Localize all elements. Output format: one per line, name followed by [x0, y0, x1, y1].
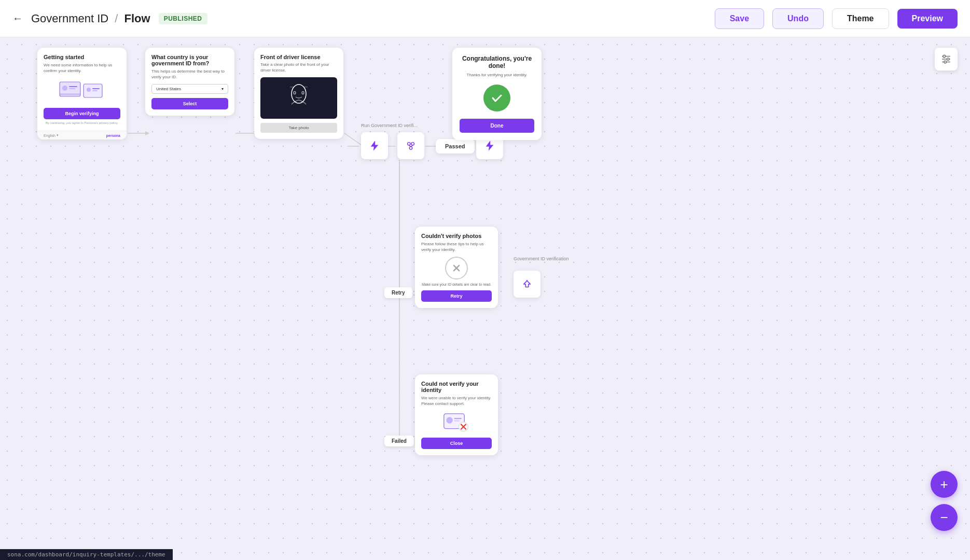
sliders-icon: [940, 53, 952, 65]
select-value: United States: [156, 87, 181, 91]
error-id-icon: [443, 411, 470, 433]
govid-title: Front of driver license: [260, 54, 337, 60]
zoom-out-button[interactable]: −: [931, 504, 958, 531]
done-button[interactable]: Done: [460, 119, 534, 133]
passed-node: Passed: [436, 139, 475, 153]
svg-point-15: [62, 86, 67, 91]
x-circle: [445, 257, 468, 279]
chevron-down-icon: ▾: [57, 133, 59, 137]
merge-icon: [405, 140, 417, 151]
svg-rect-38: [454, 418, 462, 419]
start-node: Start Getting started We need some infor…: [37, 48, 127, 139]
breadcrumb: Government ID / Flow: [31, 12, 150, 25]
country-select-dropdown[interactable]: United States ▾: [151, 84, 228, 94]
svg-rect-17: [69, 88, 75, 89]
retry-node: Retry: [384, 287, 412, 298]
country-select-desc: This helps us determine the best way to …: [151, 68, 228, 80]
update-lightning-icon: [484, 140, 495, 151]
begin-verifying-button[interactable]: Begin verifying: [44, 108, 120, 119]
license-preview: [260, 77, 337, 119]
run-govid-label: Run Government ID verifi...: [361, 123, 418, 128]
govid-desc: Take a clear photo of the front of your …: [260, 62, 337, 73]
govid-verification-node: Government ID verification Front of driv…: [254, 48, 343, 139]
fail-note: Make sure your ID details are clear to r…: [421, 283, 492, 286]
zoom-in-button[interactable]: +: [931, 471, 958, 498]
retry-button[interactable]: Retry: [421, 290, 492, 302]
svg-line-32: [411, 145, 413, 147]
lightning-icon: [369, 140, 380, 151]
svg-point-29: [411, 143, 414, 146]
breadcrumb-separator: /: [115, 12, 118, 25]
flow-canvas[interactable]: Start Getting started We need some infor…: [0, 37, 970, 560]
persona-brand: persona: [106, 134, 120, 137]
passed-label: Passed: [445, 143, 465, 149]
govid-redirect-label: Government ID verification: [514, 256, 569, 261]
select-button[interactable]: Select: [151, 98, 228, 109]
theme-button[interactable]: Theme: [832, 8, 889, 29]
close-button[interactable]: Close: [421, 438, 492, 449]
start-footer: English ▾ persona: [37, 131, 127, 139]
language-selector[interactable]: English ▾: [44, 133, 59, 137]
svg-point-37: [446, 417, 453, 424]
success-node: Success Congratulations, you're done! Th…: [452, 48, 542, 140]
checkmark-icon: [490, 91, 504, 105]
check-circle: [483, 85, 510, 111]
id-verify-fail-title: Couldn't verify photos: [421, 233, 492, 239]
govid-redirect-node[interactable]: Government ID verification: [514, 271, 541, 298]
fail-error-desc: We were unable to verify your identity. …: [421, 395, 492, 407]
svg-point-48: [944, 61, 947, 63]
country-select-title: What country is your government ID from?: [151, 54, 228, 66]
svg-rect-26: [290, 87, 294, 88]
adjust-panel-button[interactable]: [935, 48, 958, 71]
success-title: Congratulations, you're done!: [460, 55, 534, 69]
country-select-node: Country select What country is your gove…: [145, 48, 234, 116]
error-illustration: [443, 411, 470, 433]
svg-marker-1: [145, 131, 149, 135]
svg-rect-22: [92, 90, 98, 91]
fail-error-title: Could not verify your identity: [421, 381, 492, 393]
id-verify-fail-desc: Please follow these tips to help us veri…: [421, 241, 492, 253]
run-govid-connector[interactable]: Run Government ID verifi...: [361, 132, 388, 159]
dropdown-chevron-icon: ▾: [221, 87, 224, 91]
success-desc: Thanks for verifying your identity.: [460, 73, 534, 77]
fail-error-node: Fail Could not verify your identity We w…: [415, 374, 498, 455]
svg-rect-16: [69, 86, 77, 87]
start-illustration: [44, 78, 120, 104]
take-photo-button[interactable]: Take photo: [260, 123, 337, 133]
status-url: sona.com/dashboard/inquiry-templates/...…: [7, 551, 165, 558]
id-verify-fail-node: ID verify Couldn't verify photos Please …: [415, 227, 498, 308]
published-badge: PUBLISHED: [159, 13, 207, 24]
svg-rect-27: [303, 87, 308, 88]
redirect-icon: [521, 278, 533, 290]
merge-connector[interactable]: [397, 132, 424, 159]
svg-rect-18: [60, 93, 80, 95]
failed-node: Failed: [384, 436, 414, 446]
save-button[interactable]: Save: [715, 8, 764, 29]
back-button[interactable]: ←: [12, 12, 23, 24]
svg-point-24: [294, 92, 296, 94]
face-icon: [286, 82, 312, 114]
terms-text: By continuing, you agree to Persona's pr…: [44, 121, 120, 124]
language-label: English: [44, 134, 56, 137]
id-illustration-svg: [59, 78, 105, 104]
svg-point-20: [87, 88, 91, 92]
start-title: Getting started: [44, 54, 120, 60]
breadcrumb-govid: Government ID: [31, 12, 108, 25]
svg-line-4: [344, 133, 363, 146]
svg-rect-39: [454, 421, 460, 422]
start-desc: We need some information to help us conf…: [44, 62, 120, 74]
failed-label: Failed: [392, 438, 407, 444]
status-bar: sona.com/dashboard/inquiry-templates/...…: [0, 549, 173, 560]
svg-point-46: [947, 58, 949, 61]
x-icon: [451, 262, 462, 274]
retry-label: Retry: [392, 290, 405, 296]
undo-button[interactable]: Undo: [772, 8, 824, 29]
svg-point-25: [302, 92, 304, 94]
svg-point-30: [409, 147, 412, 150]
svg-point-28: [408, 143, 411, 146]
svg-rect-21: [92, 88, 100, 89]
preview-button[interactable]: Preview: [897, 9, 958, 29]
svg-point-44: [943, 55, 946, 58]
svg-line-31: [409, 145, 411, 147]
header: ← Government ID / Flow PUBLISHED Save Un…: [0, 0, 970, 37]
